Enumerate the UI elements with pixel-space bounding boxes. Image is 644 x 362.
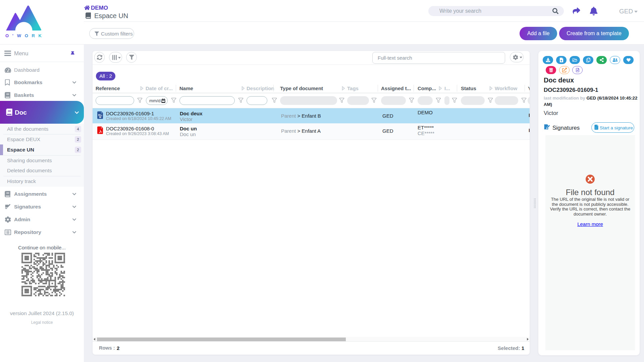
svg-text:O'WORK: O'WORK [5,33,42,38]
svg-text:W: W [99,116,101,119]
